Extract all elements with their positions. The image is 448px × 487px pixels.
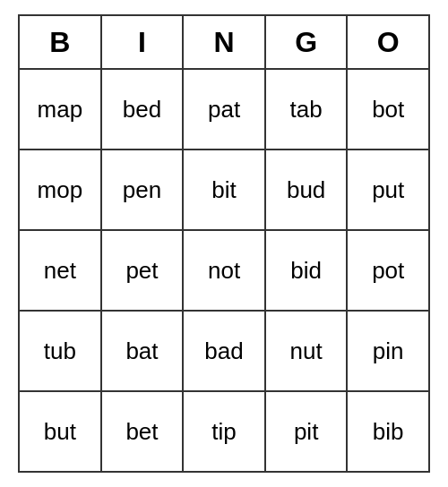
header-g: G: [265, 15, 348, 69]
header-o: O: [347, 15, 429, 69]
header-row: B I N G O: [19, 15, 429, 69]
table-cell: bib: [347, 391, 429, 472]
table-cell: but: [19, 391, 101, 472]
table-cell: pet: [101, 230, 184, 311]
table-cell: not: [183, 230, 265, 311]
table-cell: pen: [101, 150, 184, 230]
table-row: moppenbitbudput: [19, 150, 429, 230]
table-cell: tab: [265, 69, 348, 150]
table-cell: mop: [19, 150, 101, 230]
table-row: butbettippitbib: [19, 391, 429, 472]
table-cell: tub: [19, 311, 101, 391]
table-cell: bed: [101, 69, 184, 150]
table-cell: bit: [183, 150, 265, 230]
table-cell: nut: [265, 311, 348, 391]
header-i: I: [101, 15, 184, 69]
table-cell: pin: [347, 311, 429, 391]
header-n: N: [183, 15, 265, 69]
table-cell: net: [19, 230, 101, 311]
table-cell: pat: [183, 69, 265, 150]
table-cell: put: [347, 150, 429, 230]
bingo-table: B I N G O mapbedpattabbotmoppenbitbudput…: [18, 14, 430, 473]
table-cell: bot: [347, 69, 429, 150]
table-cell: bud: [265, 150, 348, 230]
table-cell: tip: [183, 391, 265, 472]
table-cell: pot: [347, 230, 429, 311]
bingo-container: B I N G O mapbedpattabbotmoppenbitbudput…: [0, 0, 448, 487]
table-cell: pit: [265, 391, 348, 472]
table-cell: bid: [265, 230, 348, 311]
table-row: netpetnotbidpot: [19, 230, 429, 311]
table-row: tubbatbadnutpin: [19, 311, 429, 391]
table-cell: bet: [101, 391, 184, 472]
table-cell: map: [19, 69, 101, 150]
header-b: B: [19, 15, 101, 69]
table-cell: bat: [101, 311, 184, 391]
table-cell: bad: [183, 311, 265, 391]
table-row: mapbedpattabbot: [19, 69, 429, 150]
